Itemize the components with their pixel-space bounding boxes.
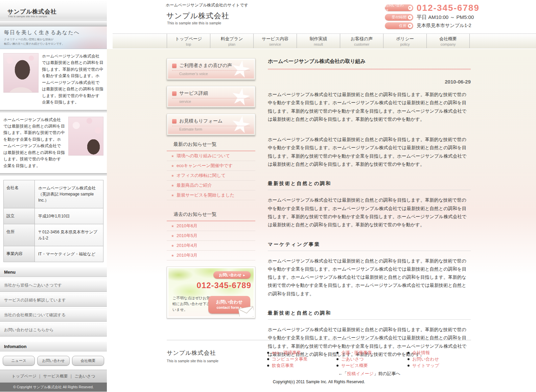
- banner-subtitle: Customer’s voice: [172, 72, 250, 76]
- contact-button[interactable]: お問い合わせ: [37, 356, 69, 366]
- star-bullet-icon: ★: [171, 244, 174, 248]
- archive-link[interactable]: ★2010年6月: [167, 221, 255, 231]
- footer-link[interactable]: 飲食店事業: [267, 362, 308, 369]
- star-bullet-icon: ★: [171, 193, 174, 197]
- sidebar-bottom-links: トップページ サービス概要 ごあいさつ: [0, 370, 107, 383]
- contact-banner-pill[interactable]: お問い合わせ ▸: [213, 271, 251, 279]
- contact-phone-row: お問い合わせ ▶ 012-345-6789: [385, 3, 480, 12]
- footer-link[interactable]: コンピュータ事業: [267, 356, 308, 362]
- archive-link[interactable]: ★2010年5月: [167, 231, 255, 241]
- info-button-row: ニュース お問い合わせ 会社概要: [0, 351, 107, 370]
- nav-item-customer[interactable]: お客様の声 customer: [340, 34, 383, 48]
- sidebar-item-greeting[interactable]: 当社から皆様へごあいさつです: [0, 278, 107, 292]
- footer-link[interactable]: ごあいさつ: [336, 356, 372, 362]
- information-header: Infomation: [0, 341, 107, 351]
- hours-badge[interactable]: 受付時間 ▶: [385, 14, 413, 21]
- link-greeting[interactable]: ごあいさつ: [68, 373, 95, 379]
- nav-item-top[interactable]: トップページ top: [167, 34, 210, 48]
- arrow-circle-icon: ▶: [408, 6, 413, 10]
- hero-title: 毎日を美しく生きるあなたへ: [4, 29, 107, 36]
- table-row: 事業内容 IT・マーケティング・福祉など: [4, 246, 103, 262]
- about-text-1: ホームページサンプル株式会社では最新技術と自然との調和を目指します。革新的な技術…: [42, 53, 103, 106]
- address-value: 見本県見本市サンプル1-2: [417, 23, 471, 29]
- arrow-circle-icon: ▶: [408, 24, 412, 28]
- table-row: 住所 〒012-3456 見本県見本市サンプル1-2: [4, 224, 103, 246]
- sidebar-item-contact[interactable]: お問い合わせはこちらから: [0, 323, 107, 337]
- hours-value: 平日 AM10:00 ～ PM5:00: [417, 14, 474, 21]
- footer-link[interactable]: お問い合わせ: [407, 356, 439, 362]
- address-row: 住所 ▶ 見本県見本市サンプル1-2: [385, 22, 480, 29]
- phone-number: 012-345-6789: [417, 3, 480, 12]
- company-button[interactable]: 会社概要: [72, 356, 104, 366]
- banner-estimate-form[interactable]: お見積もりフォーム Estimate form: [167, 114, 255, 135]
- sidebar-about-block-2: ホームページサンプル株式会社では最新技術と自然との調和を目指します。革新的な技術…: [0, 113, 107, 174]
- row-label: 事業内容: [4, 246, 35, 262]
- star-bullet-icon: ★: [171, 174, 174, 178]
- bullet-icon: [407, 358, 410, 360]
- nav-item-company[interactable]: 会社概要 company: [426, 34, 470, 48]
- news-link[interactable]: ★ecoキャンペーン開催中です: [167, 161, 255, 171]
- site-title[interactable]: サンプル株式会社: [166, 11, 229, 21]
- contact-badge[interactable]: お問い合わせ ▶: [385, 4, 413, 11]
- sidebar-item-service[interactable]: サービスの詳細を解説しています: [0, 293, 107, 307]
- news-button[interactable]: ニュース: [3, 356, 35, 366]
- banner-service-detail[interactable]: サービス詳細 service: [167, 86, 255, 108]
- footer-link[interactable]: 介護・医療事業: [336, 349, 372, 356]
- sidebar-logo-title[interactable]: サンプル株式会社: [7, 8, 57, 16]
- bullet-icon: [336, 365, 339, 367]
- nav-item-policy[interactable]: ポリシー policy: [383, 34, 426, 48]
- hero-subtitle-line1: クオリティーの高い空間と確かな技術が: [4, 38, 53, 41]
- square-icon: [172, 64, 177, 68]
- sidebar-hero-banner: 毎日を美しく生きるあなたへ クオリティーの高い空間と確かな技術が 幅広い層の方々…: [0, 26, 107, 49]
- address-badge-label: 住所: [399, 23, 406, 28]
- news-link[interactable]: ★オフィスの移転に関して: [167, 171, 255, 181]
- bullet-icon: [407, 352, 410, 354]
- page-copyright: Copyright(c) 2011 Sample Inc. All Rights…: [167, 379, 471, 384]
- link-top-page[interactable]: トップページ: [11, 373, 36, 379]
- sidebar-logo[interactable]: サンプル株式会社 This is sample site this is sam…: [0, 0, 107, 26]
- article-paragraph: ホームページサンプル株式会社では最新技術と自然との調和を目指します。革新的な技術…: [268, 91, 471, 123]
- company-info-table: 会社名 ホームページサンプル株式会社 （英語表記 Homepage sample…: [3, 180, 103, 262]
- star-bullet-icon: ★: [171, 184, 174, 187]
- banner-title-row: サービス詳細: [172, 90, 250, 98]
- contact-banner-note: ご不明な点はぜひお気軽にお問い合わせ下さいませ。: [172, 295, 212, 313]
- table-row: 会社名 ホームページサンプル株式会社 （英語表記 Homepage sample…: [4, 180, 103, 208]
- sidebar-item-company[interactable]: 当社の会社概要について確認する: [0, 308, 107, 322]
- article-title: ホームページサンプル株式会社の取り組み: [268, 58, 471, 69]
- footer-link[interactable]: サービス概要: [336, 362, 372, 369]
- address-badge[interactable]: 住所 ▶: [385, 22, 413, 29]
- content-columns: ご利用者さまの喜びの声 Customer’s voice サービス詳細 serv…: [107, 49, 536, 377]
- footer: サンプル株式会社 This is sample site this is sam…: [167, 340, 471, 377]
- link-service-overview[interactable]: サービス概要: [37, 373, 68, 379]
- footer-link[interactable]: 会社情報: [407, 349, 439, 356]
- bullet-icon: [336, 358, 339, 360]
- news-link[interactable]: ★最新商品のご紹介: [167, 181, 255, 190]
- main-navigation: トップページ top 料金プラン plan サービス内容 service 制作実…: [113, 33, 536, 48]
- contact-banner[interactable]: お問い合わせ ▸ 012-345-6789 ご不明な点はぜひお気軽にお問い合わせ…: [167, 267, 255, 318]
- nav-items: トップページ top 料金プラン plan サービス内容 service 制作実…: [167, 34, 536, 48]
- arrow-circle-icon: ▶: [408, 15, 412, 20]
- row-value: 平成10年1月10日: [35, 208, 103, 224]
- metallic-band: [0, 21, 107, 26]
- footer-logo[interactable]: サンプル株式会社 This is sample site this is sam…: [167, 349, 218, 363]
- nav-item-result[interactable]: 制作実績 result: [297, 34, 340, 48]
- about-text-2: ホームページサンプル株式会社では最新技術と自然との調和を目指します。革新的な技術…: [3, 117, 65, 169]
- banner-subtitle: service: [172, 99, 250, 103]
- nav-item-plan[interactable]: 料金プラン plan: [210, 34, 253, 48]
- banner-inner: サービス詳細 service: [168, 87, 254, 106]
- archive-link[interactable]: ★2010年3月: [167, 251, 255, 260]
- main-area: ホームページサンプル株式会社のサイトです サンプル株式会社 This is sa…: [107, 0, 536, 392]
- bullet-icon: [407, 365, 410, 367]
- news-link[interactable]: ★新規サービスを開始しました: [167, 190, 255, 200]
- news-link[interactable]: ★環境への取り組みについて: [167, 151, 255, 161]
- banner-subtitle: Estimate form: [172, 127, 250, 131]
- contact-banner-inner: お問い合わせ ▸ 012-345-6789 ご不明な点はぜひお気軽にお問い合わせ…: [168, 268, 254, 317]
- nav-item-service[interactable]: サービス内容 service: [253, 34, 297, 48]
- footer-link[interactable]: サイトマップ: [407, 362, 439, 369]
- row-value: IT・マーケティング・福祉など: [35, 246, 103, 262]
- banner-customer-voice[interactable]: ご利用者さまの喜びの声 Customer’s voice: [167, 58, 255, 80]
- footer-link[interactable]: eco・環境事業: [267, 349, 308, 356]
- divider: [0, 173, 107, 176]
- site-tagline: ホームページサンプル株式会社のサイトです: [166, 2, 248, 8]
- archive-link[interactable]: ★2010年4月: [167, 241, 255, 251]
